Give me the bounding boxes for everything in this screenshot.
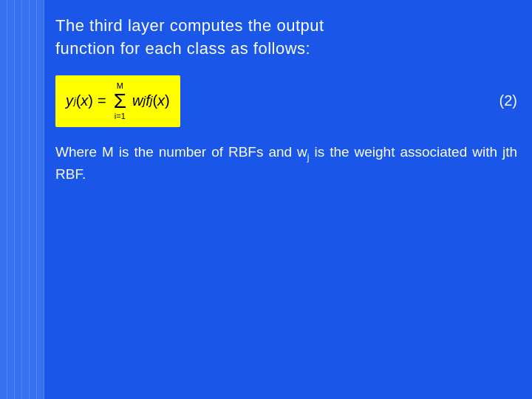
bar-line-5: [30, 0, 37, 399]
bar-line-3: [15, 0, 22, 399]
formula-w: w: [132, 92, 143, 109]
formula-paren-close2: ): [165, 92, 170, 109]
formula-row: y j ( x ) = M Σ i=1 w j f j ( x ) (2): [55, 75, 517, 127]
heading-line2: function for each class as follows:: [55, 38, 517, 61]
equation-number: (2): [499, 92, 517, 109]
bar-line-6: [37, 0, 44, 399]
wj-subscript: j: [307, 152, 310, 163]
left-decorative-bar: [0, 0, 44, 399]
formula-x: x: [81, 92, 88, 109]
description-text: Where M is the number of RBFs and wj is …: [55, 142, 517, 185]
heading-text: The third layer computes the output func…: [55, 15, 517, 61]
formula-x2: x: [157, 92, 165, 109]
bar-line-2: [7, 0, 15, 399]
formula-y: y: [66, 92, 73, 109]
bar-line-1: [0, 0, 7, 399]
bar-line-4: [22, 0, 30, 399]
content-area: The third layer computes the output func…: [55, 15, 517, 384]
summation: M Σ i=1: [114, 81, 126, 121]
formula-close-paren: ): [88, 92, 93, 109]
formula-box: y j ( x ) = M Σ i=1 w j f j ( x ): [55, 75, 180, 127]
sum-lower: i=1: [115, 112, 126, 121]
sum-symbol: Σ: [114, 91, 126, 112]
heading-line1: The third layer computes the output: [55, 15, 517, 38]
formula-equals: =: [98, 92, 106, 109]
